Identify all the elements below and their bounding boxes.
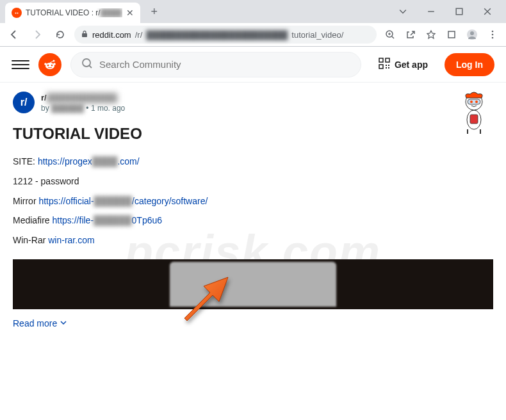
chevron-down-icon[interactable] [389,3,416,20]
extensions-icon[interactable] [443,26,460,43]
svg-point-36 [470,101,473,103]
svg-point-13 [492,31,494,33]
read-more-label: Read more [13,318,57,328]
post-body: SITE: https://progex████.com/ 1212 - pas… [13,152,493,250]
subreddit-name[interactable]: r/ [41,93,47,102]
get-app-label: Get app [395,60,428,70]
chevron-down-icon [60,318,67,328]
svg-rect-27 [386,58,389,62]
reddit-logo-icon[interactable] [38,53,61,76]
profile-icon[interactable] [464,26,480,43]
forward-button [28,26,46,44]
mediafire-link[interactable]: https://file-██████0Tp6u6 [52,215,162,225]
mirror-link[interactable]: https://official-██████/category/softwar… [38,196,208,206]
svg-point-19 [51,64,53,66]
svg-line-25 [90,66,92,69]
password-line: 1212 - password [13,172,493,191]
svg-rect-26 [379,58,383,62]
pointer-arrow-icon [178,275,229,328]
menu-dots-icon[interactable] [484,26,501,43]
maximize-window-icon[interactable] [446,3,473,20]
hamburger-menu-icon[interactable] [12,60,29,69]
get-app-button[interactable]: Get app [370,52,436,77]
tab-title: TUTORIAL VIDEO : r/ [26,8,101,17]
address-bar[interactable]: reddit.com/r/████████████████████████tut… [74,26,377,44]
svg-point-2 [17,13,19,14]
post-title: TUTORIAL VIDEO [13,125,493,143]
svg-rect-38 [470,115,478,124]
svg-rect-5 [82,33,87,37]
posted-by: by [41,104,51,113]
svg-rect-4 [456,8,462,15]
svg-point-24 [83,59,90,67]
post-time: • 1 mo. ago [84,104,125,113]
search-icon [81,58,93,71]
close-window-icon[interactable] [474,3,501,20]
close-tab-icon[interactable]: ✕ [126,8,134,18]
winrar-link[interactable]: win-rar.com [48,235,94,245]
video-preview[interactable] [13,259,493,309]
reload-button[interactable] [51,26,69,44]
svg-rect-29 [386,65,387,66]
search-input[interactable] [70,52,361,77]
svg-point-22 [44,63,47,65]
url-domain: reddit.com [92,30,131,40]
svg-rect-30 [388,65,389,66]
svg-point-1 [15,13,17,14]
svg-rect-31 [386,67,387,69]
svg-rect-10 [448,31,455,38]
site-link[interactable]: https://progex████.com/ [38,156,140,166]
svg-point-0 [13,10,20,16]
svg-point-23 [53,63,56,65]
svg-rect-28 [379,65,383,69]
browser-tab[interactable]: TUTORIAL VIDEO : r/████ ✕ [5,3,140,23]
zoom-icon[interactable] [382,26,398,43]
svg-point-37 [475,101,478,103]
new-tab-button[interactable]: + [147,5,162,19]
share-icon[interactable] [402,26,419,43]
back-button[interactable] [5,26,23,44]
svg-point-18 [47,64,49,66]
svg-rect-32 [388,67,389,69]
svg-point-14 [492,34,494,36]
svg-line-7 [392,36,394,38]
bookmark-icon[interactable] [423,26,439,43]
read-more-button[interactable]: Read more [13,318,493,328]
lock-icon [81,30,88,40]
qr-icon [378,57,391,72]
subreddit-avatar[interactable]: r/ [13,92,35,113]
minimize-window-icon[interactable] [418,3,445,20]
svg-point-15 [492,37,494,39]
svg-rect-35 [468,99,480,104]
snoo-mascot-icon [455,89,493,134]
login-button[interactable]: Log In [445,53,494,76]
svg-point-12 [470,31,474,35]
reddit-favicon [12,8,22,18]
